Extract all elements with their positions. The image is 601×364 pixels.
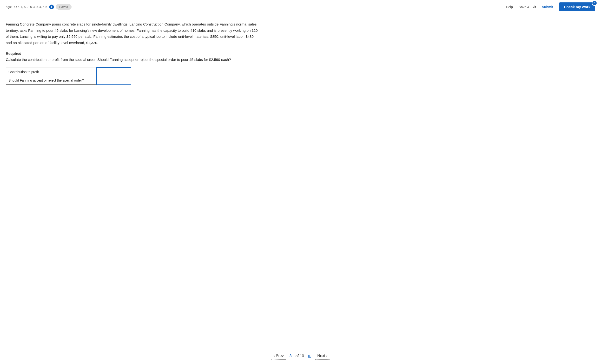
current-page: 3 bbox=[290, 354, 292, 358]
prev-button[interactable]: ‹ Prev bbox=[271, 352, 286, 360]
next-label: Next bbox=[317, 354, 325, 358]
problem-text: Fanning Concrete Company pours concrete … bbox=[6, 21, 259, 46]
of-label: of 10 bbox=[296, 354, 304, 358]
required-description: Calculate the contribution to profit fro… bbox=[6, 57, 259, 63]
table-row: Contribution to profit bbox=[6, 67, 131, 76]
answer-input-1[interactable] bbox=[97, 76, 131, 85]
chevron-left-icon: ‹ bbox=[273, 353, 275, 358]
answer-table: Contribution to profitShould Fanning acc… bbox=[6, 67, 131, 85]
next-button[interactable]: Next › bbox=[315, 352, 330, 360]
breadcrumb: ngs; LO 5-1, 5-2, 5-3, 5-4, 5-5 i Saved bbox=[6, 4, 71, 10]
submit-link[interactable]: Submit bbox=[542, 5, 553, 9]
main-content: Fanning Concrete Company pours concrete … bbox=[0, 14, 265, 109]
grid-icon[interactable]: ⊞ bbox=[308, 354, 311, 359]
check-my-work-label: Check my work bbox=[564, 5, 591, 9]
row-input-cell[interactable] bbox=[97, 76, 131, 85]
check-my-work-badge: 6 bbox=[592, 0, 597, 6]
row-label: Should Fanning accept or reject the spec… bbox=[6, 76, 97, 85]
info-badge[interactable]: i bbox=[49, 5, 54, 10]
saved-indicator: Saved bbox=[56, 4, 71, 10]
breadcrumb-text: ngs; LO 5-1, 5-2, 5-3, 5-4, 5-5 bbox=[6, 5, 47, 9]
prev-label: Prev bbox=[276, 354, 284, 358]
top-bar: ngs; LO 5-1, 5-2, 5-3, 5-4, 5-5 i Saved … bbox=[0, 0, 601, 14]
bottom-nav: ‹ Prev 3 of 10 ⊞ Next › bbox=[0, 348, 601, 364]
help-link[interactable]: Help bbox=[506, 5, 513, 9]
check-my-work-button[interactable]: Check my work 6 bbox=[559, 2, 595, 11]
required-label: Required bbox=[6, 51, 259, 56]
required-section: Required Calculate the contribution to p… bbox=[6, 51, 259, 63]
answer-input-0[interactable] bbox=[97, 68, 131, 76]
save-exit-link[interactable]: Save & Exit bbox=[519, 5, 536, 9]
row-label: Contribution to profit bbox=[6, 67, 97, 76]
row-input-cell[interactable] bbox=[97, 67, 131, 76]
top-bar-actions: Help Save & Exit Submit Check my work 6 bbox=[506, 2, 595, 11]
table-row: Should Fanning accept or reject the spec… bbox=[6, 76, 131, 85]
chevron-right-icon: › bbox=[326, 353, 328, 358]
